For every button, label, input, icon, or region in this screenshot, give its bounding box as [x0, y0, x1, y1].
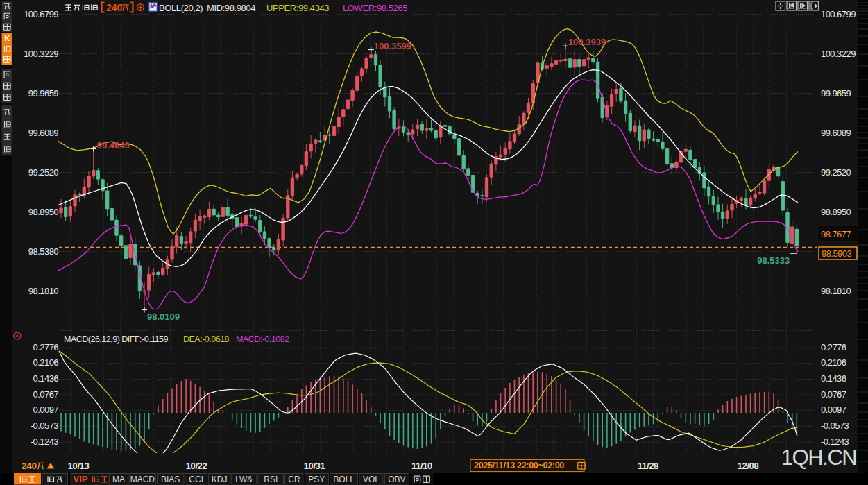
svg-text:98.8950: 98.8950	[821, 207, 851, 217]
svg-text:MACD(26,12,9) DIFF:-0.1159: MACD(26,12,9) DIFF:-0.1159	[64, 334, 169, 344]
svg-text:MID:98.9804: MID:98.9804	[207, 3, 255, 13]
svg-text:10/31: 10/31	[304, 461, 325, 471]
svg-text:MA: MA	[112, 475, 125, 484]
svg-text:0.0767: 0.0767	[821, 389, 846, 400]
svg-text:99.6089: 99.6089	[28, 128, 58, 138]
svg-text:98.8950: 98.8950	[28, 207, 58, 217]
svg-text:-0.1243: -0.1243	[31, 436, 59, 447]
svg-text:0.0097: 0.0097	[33, 405, 59, 415]
svg-text:100.3229: 100.3229	[821, 49, 856, 59]
svg-text:2025/11/13 22:00~02:00: 2025/11/13 22:00~02:00	[474, 461, 564, 470]
svg-text:RSI: RSI	[264, 475, 278, 484]
svg-text:CCI: CCI	[189, 475, 203, 484]
svg-text:LOWER:98.5265: LOWER:98.5265	[343, 3, 407, 13]
svg-text:240: 240	[106, 2, 123, 13]
svg-text:BIAS: BIAS	[161, 475, 180, 484]
svg-text:98.1810: 98.1810	[28, 286, 58, 296]
svg-text:UPPER:99.4343: UPPER:99.4343	[266, 3, 329, 13]
svg-text:0.2106: 0.2106	[33, 357, 59, 368]
svg-text:10/13: 10/13	[68, 461, 90, 471]
svg-text:99.6089: 99.6089	[821, 128, 851, 138]
svg-text:98.5903: 98.5903	[822, 248, 851, 259]
svg-text:99.2520: 99.2520	[28, 167, 58, 178]
svg-text:CR: CR	[288, 475, 300, 484]
svg-text:BOLL: BOLL	[333, 475, 355, 484]
svg-text:0.1436: 0.1436	[33, 373, 59, 384]
svg-text:-0.0573: -0.0573	[31, 420, 59, 431]
svg-text:100.6799: 100.6799	[821, 9, 856, 19]
svg-text:99.9659: 99.9659	[821, 88, 851, 99]
svg-text:100.3229: 100.3229	[24, 49, 58, 59]
svg-text:10/22: 10/22	[186, 461, 207, 471]
svg-text:VOL: VOL	[363, 475, 380, 484]
svg-text:0.1436: 0.1436	[821, 373, 846, 384]
svg-text:OBV: OBV	[388, 475, 405, 484]
svg-text:PSY: PSY	[308, 475, 325, 484]
svg-text:LW&: LW&	[235, 475, 253, 484]
svg-text:DEA:-0.0618: DEA:-0.0618	[183, 334, 230, 344]
svg-text:240: 240	[22, 461, 37, 471]
svg-text:100.6799: 100.6799	[24, 9, 58, 19]
svg-text:VIP: VIP	[74, 474, 88, 484]
svg-text:KDJ: KDJ	[212, 475, 228, 484]
svg-text:99.9659: 99.9659	[28, 88, 58, 99]
svg-text:0.0767: 0.0767	[33, 389, 59, 400]
svg-text:-0.0573: -0.0573	[821, 420, 849, 431]
svg-text:0.2776: 0.2776	[33, 342, 59, 352]
svg-text:99.2520: 99.2520	[821, 167, 851, 178]
svg-text:11/10: 11/10	[411, 461, 432, 471]
svg-text:98.1810: 98.1810	[821, 286, 851, 296]
svg-text:98.5380: 98.5380	[28, 246, 58, 257]
svg-text:0.2106: 0.2106	[821, 357, 846, 368]
svg-text:98.7677: 98.7677	[821, 229, 851, 239]
svg-text:0.2776: 0.2776	[821, 342, 846, 352]
svg-text:12/08: 12/08	[738, 461, 759, 471]
svg-text:MACD: MACD	[130, 475, 155, 484]
svg-text:11/28: 11/28	[638, 461, 658, 471]
svg-text:0.0097: 0.0097	[821, 405, 846, 415]
svg-text:1QH.CN: 1QH.CN	[781, 445, 857, 470]
svg-text:BOLL(20,2): BOLL(20,2)	[159, 3, 203, 13]
svg-text:MACD:-0.1082: MACD:-0.1082	[236, 334, 289, 344]
svg-text:K: K	[4, 34, 10, 42]
